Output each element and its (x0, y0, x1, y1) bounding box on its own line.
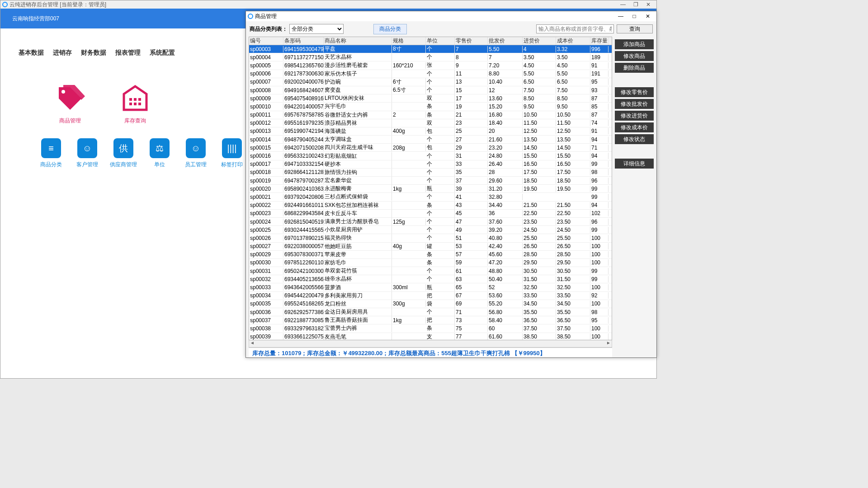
table-row[interactable]: sp000106942201400057兴宇毛巾条1915.209.509.50… (249, 103, 612, 111)
category-button[interactable]: 商品分类 (373, 24, 407, 34)
dialog-minimize-icon[interactable]: — (614, 13, 627, 19)
table-row[interactable]: sp000226924491661011SXK包芯丝加档连裤袜条4334.402… (249, 202, 612, 210)
col-purchase[interactable]: 进货价 (523, 37, 556, 45)
svg-rect-6 (138, 103, 141, 105)
grid-hscrollbar[interactable] (249, 340, 612, 347)
table-row[interactable]: sp000126955161979235浪莎精品男袜双2318.4011.501… (249, 119, 612, 127)
nav-staff[interactable]: ☺员工管理 (178, 138, 214, 169)
table-row[interactable]: sp000246926815040519满康男士活力醒肤香皂125g个4737.… (249, 218, 612, 226)
edit-purchase-button[interactable]: 修改进货价 (615, 111, 654, 121)
table-row[interactable]: sp000176947103332154硬抄本个3326.4016.5016.5… (249, 160, 612, 169)
col-name[interactable]: 商品名称 (324, 37, 392, 45)
table-row[interactable]: sp000376922188773085鲁王高筋香菇挂面1kg把7358.403… (249, 316, 612, 324)
category-select[interactable]: 全部分类 (289, 24, 344, 34)
nav-supplier[interactable]: 供供应商管理 (105, 138, 142, 169)
grid-header: 编号 条形码 商品名称 规格 单位 零售价 批发价 进货价 成本价 库存量 (249, 37, 612, 45)
svg-rect-2 (134, 98, 137, 101)
table-row[interactable]: sp000396933661225075友燕毛笔支7761.6038.5038.… (249, 333, 612, 340)
table-row[interactable]: sp000216937920420806三杉点断式保鲜袋个4132.8099 (249, 193, 612, 201)
table-row[interactable]: sp000116957678758785谷微舒适女士内裤2条2116.8010.… (249, 111, 612, 119)
col-retail[interactable]: 零售价 (455, 37, 488, 45)
nav-stock-label: 库存查询 (103, 117, 168, 125)
table-row[interactable]: sp000336943642005566菠萝酒300ml瓶655232.5032… (249, 283, 612, 291)
tab-system[interactable]: 系统配置 (148, 45, 177, 61)
tab-finance[interactable]: 财务数据 (79, 45, 108, 61)
search-input[interactable] (536, 24, 614, 33)
tab-basic-data[interactable]: 基本数据 (17, 45, 46, 61)
scale-icon: ⚖ (150, 138, 170, 158)
col-stock[interactable]: 库存量 (590, 37, 609, 45)
table-row[interactable]: sp000156942071500208四川天府花生咸干味208g包2923.2… (249, 144, 612, 152)
category-label: 商品分类列表： (250, 25, 288, 33)
table-row[interactable]: sp000296953078300371苹果皮带条5745.6028.5028.… (249, 251, 612, 259)
add-product-button[interactable]: 添加商品 (615, 39, 654, 49)
edit-wholesale-button[interactable]: 修改批发价 (615, 99, 654, 109)
edit-status-button[interactable]: 修改状态 (615, 134, 654, 144)
table-row[interactable]: sp000356955245168265龙口粉丝300g袋6955.2034.5… (249, 300, 612, 308)
nav-product-mgmt[interactable]: 商品管理 (38, 83, 103, 125)
col-unit[interactable]: 单位 (426, 37, 455, 45)
minimize-icon[interactable]: — (617, 1, 629, 8)
dialog-logo-icon (248, 14, 253, 19)
product-grid[interactable]: 编号 条形码 商品名称 规格 单位 零售价 批发价 进货价 成本价 库存量 sp… (249, 37, 612, 340)
table-row[interactable]: sp000036941595300479平盘8寸个75.5043.32996 (249, 45, 612, 53)
table-row[interactable]: sp000186928664121128旅情强力挂钩个352817.5017.5… (249, 169, 612, 177)
dialog-title: 商品管理 (255, 13, 277, 20)
nav-label-print[interactable]: ||||标签打印 (214, 138, 250, 169)
table-row[interactable]: sp000256930244415565小炊星厨房用铲个4939.2024.50… (249, 226, 612, 234)
table-row[interactable]: sp000086949168424607窝变盘6.5寸个15127.507.50… (249, 86, 612, 94)
table-row[interactable]: sp000136951990742194海藻碘盐400g包252012.5012… (249, 127, 612, 136)
status-bar: 库存总量：101079；库存总金额：￥49932280.00；库存总额最高商品：… (249, 347, 612, 357)
table-row[interactable]: sp000236868229943584皮卡丘反斗车个453622.5022.5… (249, 210, 612, 218)
nav-stock-query[interactable]: 库存查询 (103, 83, 168, 125)
tags-icon (54, 83, 86, 114)
close-icon[interactable]: ✕ (642, 1, 655, 8)
brand-title: 云南响指经营部007 (12, 15, 59, 23)
col-barcode[interactable]: 条形码 (283, 37, 324, 45)
maximize-icon[interactable]: ❐ (629, 1, 642, 8)
detail-button[interactable]: 详细信息 (615, 159, 654, 169)
table-row[interactable]: sp000306978512260110家纺毛巾条5947.2029.5029.… (249, 259, 612, 267)
svg-rect-5 (134, 103, 137, 105)
table-row[interactable]: sp000386933297963182宝蕾男士内裤条756037.5037.5… (249, 324, 612, 333)
table-row[interactable]: sp000096954075408916LRTOU休闲女袜双1713.608.5… (249, 94, 612, 103)
table-row[interactable]: sp000206958902410363永进酸梅膏1kg瓶3931.2019.5… (249, 185, 612, 193)
tab-in-out[interactable]: 进销存 (51, 45, 74, 61)
col-cost[interactable]: 成本价 (556, 37, 590, 45)
delete-product-button[interactable]: 删除商品 (615, 63, 654, 73)
table-row[interactable]: sp000266970137890215福灵热得快个5140.8025.5025… (249, 234, 612, 242)
table-row[interactable]: sp000326934405213656雄帝水晶杯个6350.4031.5031… (249, 275, 612, 283)
table-row[interactable]: sp000366926292577386金达日美厨房用具个7156.8035.5… (249, 308, 612, 316)
table-row[interactable]: sp000076920020400076护边碗6寸个1310.406.506.5… (249, 78, 612, 86)
table-row[interactable]: sp000316950242100300单双套花竹筷个6148.8030.503… (249, 267, 612, 275)
app-logo-icon (2, 2, 8, 7)
people-icon: ☺ (186, 138, 206, 158)
edit-retail-button[interactable]: 修改零售价 (615, 87, 654, 97)
table-row[interactable]: sp000196947879700287宏名豪华盆个3729.6018.5018… (249, 177, 612, 185)
warehouse-icon (119, 83, 151, 114)
dialog-maximize-icon[interactable]: □ (627, 13, 641, 19)
table-row[interactable]: sp000346945442200479多利美家用剪刀把6753.6033.50… (249, 292, 612, 300)
edit-product-button[interactable]: 修改商品 (615, 51, 654, 61)
table-row[interactable]: sp000066921787300630家乐仿木筷子个118.805.505.5… (249, 70, 612, 78)
col-wholesale[interactable]: 批发价 (488, 37, 523, 45)
nav-unit[interactable]: ⚖单位 (142, 138, 178, 169)
svg-point-0 (61, 90, 65, 94)
table-row[interactable]: sp000046971137277150天艺水晶杯个873.503.50189 (249, 53, 612, 61)
table-row[interactable]: sp000276922038000057他她旺豆筋40g罐5342.4026.5… (249, 243, 612, 251)
grid-body[interactable]: sp000036941595300479平盘8寸个75.5043.32996sp… (249, 45, 612, 340)
nav-customer[interactable]: ☺客户管理 (69, 138, 105, 169)
main-titlebar: 云纯进销存后台管理 [当前登录：管理员] — ❐ ✕ (0, 0, 656, 9)
col-spec[interactable]: 规格 (392, 37, 426, 45)
dialog-close-icon[interactable]: ✕ (641, 13, 655, 19)
edit-cost-button[interactable]: 修改成本价 (615, 122, 654, 132)
table-row[interactable]: sp000056985412365760漫步活性磨毛被套160*210张97.2… (249, 61, 612, 70)
tab-reports[interactable]: 报表管理 (113, 45, 142, 61)
table-row[interactable]: sp000166956332100243幻彩贴底烟缸个3124.8015.501… (249, 152, 612, 160)
col-id[interactable]: 编号 (249, 37, 283, 45)
query-button[interactable]: 查询 (617, 24, 653, 33)
list-icon: ≡ (41, 138, 61, 158)
supplier-icon: 供 (113, 138, 133, 158)
table-row[interactable]: sp000146948790405244太亨调味盒个2721.6013.5013… (249, 136, 612, 144)
nav-category[interactable]: ≡商品分类 (33, 138, 69, 169)
